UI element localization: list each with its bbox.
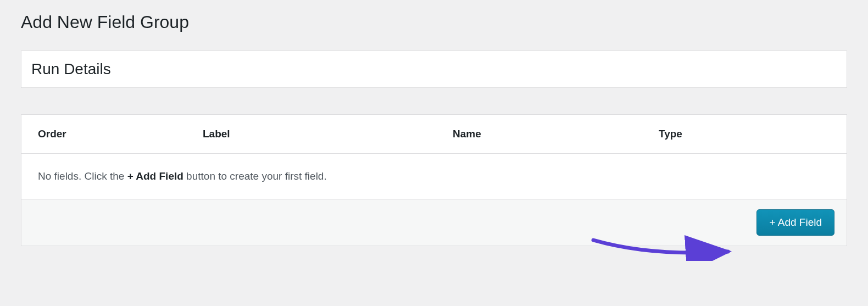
empty-state-strong: + Add Field — [127, 170, 183, 182]
fields-panel: Order Label Name Type No fields. Click t… — [21, 114, 847, 247]
column-header-label: Label — [203, 128, 453, 140]
fields-table-header: Order Label Name Type — [21, 115, 847, 154]
page-title: Add New Field Group — [21, 11, 847, 34]
fields-table-footer: + Add Field — [21, 199, 847, 246]
add-field-button[interactable]: + Add Field — [756, 209, 834, 236]
column-header-order: Order — [38, 128, 203, 140]
fields-empty-state: No fields. Click the + Add Field button … — [21, 154, 847, 200]
field-group-title-input[interactable] — [21, 51, 847, 88]
column-header-name: Name — [453, 128, 659, 140]
empty-state-suffix: button to create your first field. — [183, 170, 327, 182]
column-header-type: Type — [659, 128, 830, 140]
empty-state-prefix: No fields. Click the — [38, 170, 127, 182]
